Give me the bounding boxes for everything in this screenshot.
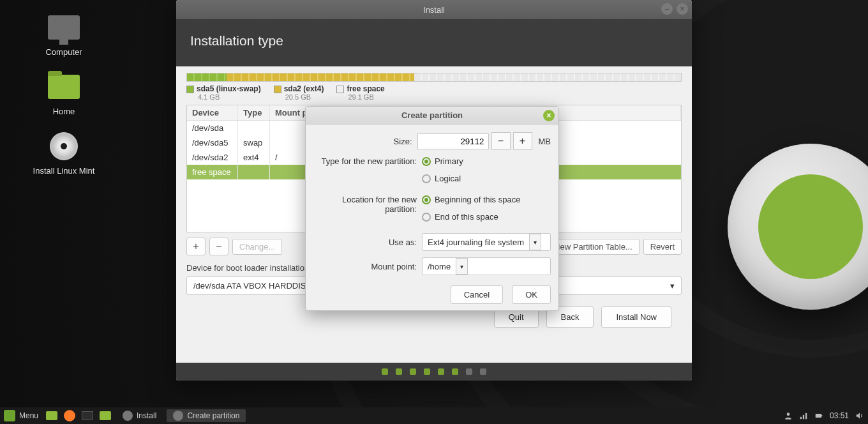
task-label: Install: [137, 411, 156, 420]
legend-size: 4.1 GB: [186, 93, 261, 101]
taskbar-task-install[interactable]: Install: [116, 409, 163, 422]
volume-icon[interactable]: [855, 411, 864, 420]
legend-label: free space: [347, 84, 384, 93]
radio-icon: [422, 195, 431, 204]
use-as-label: Use as:: [313, 238, 422, 247]
partition-segment-swap[interactable]: [187, 73, 227, 81]
cancel-button[interactable]: Cancel: [451, 285, 503, 304]
create-partition-dialog: Create partition × Size: − + MB Type for…: [305, 106, 559, 311]
size-unit: MB: [539, 137, 551, 146]
desktop-icon-label: Home: [26, 107, 102, 116]
svg-rect-2: [803, 415, 804, 419]
change-partition-button[interactable]: Change...: [232, 239, 282, 255]
revert-button[interactable]: Revert: [643, 239, 682, 255]
remove-partition-button[interactable]: −: [209, 238, 228, 255]
page-title: Installation type: [190, 33, 283, 48]
partition-bar: [186, 73, 682, 82]
network-icon[interactable]: [799, 411, 808, 420]
size-input[interactable]: [417, 133, 489, 149]
col-type[interactable]: Type: [238, 105, 270, 120]
desktop-icon-installer[interactable]: Install Linux Mint: [26, 132, 102, 176]
disc-icon: [50, 132, 78, 160]
size-increment-button[interactable]: +: [513, 132, 532, 150]
desktop-icon-label: Computer: [26, 47, 102, 57]
desktop-icons: Computer Home Install Linux Mint: [26, 13, 128, 191]
taskbar-task-create-partition[interactable]: Create partition: [167, 409, 246, 422]
partition-legend: sda5 (linux-swap)4.1 GB sda2 (ext4)20.5 …: [186, 84, 682, 101]
clock[interactable]: 03:51: [830, 411, 849, 420]
folder-icon: [48, 75, 80, 99]
desktop-icon: [46, 411, 57, 420]
add-partition-button[interactable]: +: [186, 238, 206, 255]
radio-logical[interactable]: Logical: [422, 174, 461, 183]
radio-end[interactable]: End of this space: [422, 212, 498, 222]
legend-size: 29.1 GB: [336, 93, 384, 101]
use-as-value: Ext4 journaling file system: [428, 238, 524, 247]
col-device[interactable]: Device: [187, 105, 238, 120]
window-titlebar[interactable]: Install – ×: [176, 0, 692, 19]
menu-label: Menu: [19, 411, 38, 420]
radio-beginning[interactable]: Beginning of this space: [422, 195, 520, 204]
user-icon[interactable]: [784, 411, 793, 420]
firefox-launcher[interactable]: [63, 409, 77, 422]
files-icon: [100, 411, 111, 420]
mount-point-value: /home: [428, 262, 451, 271]
gear-icon: [123, 411, 133, 421]
dialog-title: Create partition: [401, 110, 463, 120]
task-label: Create partition: [187, 411, 239, 420]
svg-rect-3: [805, 413, 807, 419]
mount-point-label: Mount point:: [313, 262, 422, 271]
window-title: Install: [423, 5, 445, 15]
new-partition-table-button[interactable]: New Partition Table...: [547, 239, 640, 255]
legend-size: 20.5 GB: [274, 93, 324, 101]
chevron-down-icon: ▾: [529, 234, 541, 250]
terminal-launcher[interactable]: [80, 409, 94, 422]
install-now-button[interactable]: Install Now: [601, 307, 671, 328]
gear-icon: [173, 411, 183, 421]
svg-rect-4: [816, 414, 821, 418]
radio-icon: [422, 174, 431, 183]
size-label: Size:: [313, 137, 417, 146]
size-decrement-button[interactable]: −: [491, 132, 511, 150]
radio-icon: [422, 157, 431, 166]
radio-primary[interactable]: Primary: [422, 156, 463, 166]
desktop-icon-label: Install Linux Mint: [26, 166, 102, 176]
desktop-icon-computer[interactable]: Computer: [26, 13, 102, 57]
files-launcher[interactable]: [98, 409, 112, 422]
close-icon[interactable]: ×: [543, 110, 555, 121]
taskbar: Menu Install Create partition 03:51: [0, 407, 868, 424]
partition-segment-free[interactable]: [414, 73, 681, 81]
mount-point-select[interactable]: /home ▾: [422, 257, 551, 275]
legend-label: sda2 (ext4): [284, 84, 324, 93]
battery-icon[interactable]: [814, 411, 823, 420]
chevron-down-icon: ▾: [456, 258, 468, 275]
start-menu-button[interactable]: Menu: [4, 410, 38, 421]
dialog-titlebar[interactable]: Create partition ×: [306, 107, 558, 125]
use-as-select[interactable]: Ext4 journaling file system ▾: [422, 233, 551, 251]
svg-rect-1: [800, 417, 802, 420]
system-tray: 03:51: [784, 411, 864, 420]
partition-type-label: Type for the new partition:: [313, 156, 422, 166]
desktop-icon-home[interactable]: Home: [26, 72, 102, 116]
mint-logo-icon: [4, 410, 15, 421]
ok-button[interactable]: OK: [512, 285, 551, 304]
progress-dots: [176, 363, 692, 381]
partition-segment-ext4[interactable]: [227, 73, 414, 81]
firefox-icon: [64, 410, 75, 421]
svg-rect-5: [821, 415, 822, 416]
show-desktop-button[interactable]: [45, 409, 59, 422]
svg-point-0: [787, 413, 790, 416]
minimize-button[interactable]: –: [661, 3, 673, 15]
close-button[interactable]: ×: [677, 3, 688, 15]
legend-label: sda5 (linux-swap): [197, 84, 261, 93]
chevron-down-icon: ▾: [670, 281, 675, 291]
terminal-icon: [82, 411, 93, 420]
page-header: Installation type: [176, 19, 692, 66]
computer-icon: [48, 15, 80, 40]
partition-location-label: Location for the new partition:: [313, 195, 422, 214]
radio-icon: [422, 213, 431, 222]
